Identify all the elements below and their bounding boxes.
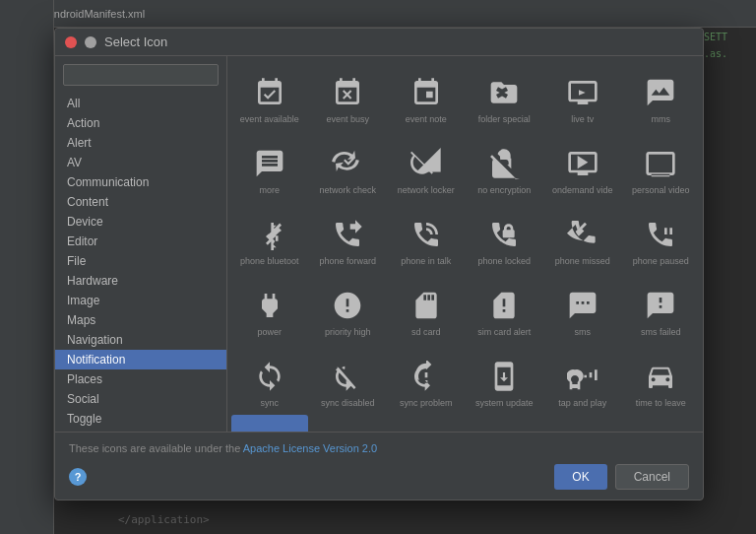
icon-cell-phone_bluetooth[interactable]: phone bluetoot	[231, 202, 308, 271]
dialog-main: AllActionAlertAVCommunicationContentDevi…	[55, 56, 703, 432]
icon-cell-wc[interactable]: wc	[467, 415, 543, 432]
category-item-action[interactable]: Action	[55, 113, 226, 133]
category-item-device[interactable]: Device	[55, 212, 226, 232]
license-text: These icons are available under the Apac…	[69, 442, 689, 454]
icon-image-phone_paused	[643, 217, 678, 252]
icon-image-sync_problem	[409, 359, 444, 394]
icon-cell-system_update[interactable]: system update	[467, 344, 543, 413]
dialog-close-button[interactable]	[65, 36, 77, 48]
icon-label-time_to_leave: time to leave	[636, 398, 686, 409]
category-item-alert[interactable]: Alert	[55, 133, 226, 153]
icon-label-sms_failed: sms failed	[641, 327, 681, 338]
icon-cell-ondemand_video[interactable]: ondemand vide	[544, 131, 621, 200]
icon-cell-voice_chat[interactable]: voice chat	[310, 415, 387, 432]
category-item-communication[interactable]: Communication	[55, 172, 226, 192]
icon-image-sms	[565, 288, 600, 323]
category-item-content[interactable]: Content	[55, 192, 226, 212]
category-item-places[interactable]: Places	[55, 369, 226, 389]
category-item-hardware[interactable]: Hardware	[55, 271, 226, 291]
icon-cell-vpn_lock[interactable]: vpn lock	[388, 415, 465, 432]
icon-image-more	[252, 146, 287, 181]
icon-cell-tap_and_play[interactable]: tap and play	[544, 344, 621, 413]
icon-cell-sms[interactable]: sms	[544, 273, 621, 342]
category-sidebar: AllActionAlertAVCommunicationContentDevi…	[55, 56, 227, 432]
icon-image-event_busy	[330, 75, 365, 110]
icon-cell-phone_forwarded[interactable]: phone forward	[310, 202, 387, 271]
icon-label-sd_card: sd card	[411, 327, 441, 338]
category-item-all[interactable]: All	[55, 94, 226, 113]
icon-cell-time_to_leave[interactable]: time to leave	[623, 344, 700, 413]
dialog-titlebar: Select Icon	[55, 29, 703, 56]
icon-cell-network_locked[interactable]: network locker	[388, 131, 465, 200]
icon-image-time_to_leave	[643, 359, 678, 394]
icon-label-live_tv: live tv	[571, 114, 594, 125]
icon-cell-sim_card_alert[interactable]: sim card alert	[467, 273, 543, 342]
help-button[interactable]: ?	[69, 468, 87, 486]
icon-image-phone_missed	[565, 217, 600, 252]
category-item-navigation[interactable]: Navigation	[55, 330, 226, 350]
icon-image-phone_locked	[486, 217, 522, 252]
ide-right-label: SETT	[702, 28, 756, 46]
category-item-social[interactable]: Social	[55, 389, 226, 409]
icon-label-folder_special: folder special	[478, 114, 531, 125]
icon-grid-area: event availableevent busyevent notefolde…	[227, 56, 703, 432]
icon-image-power	[252, 288, 287, 323]
icon-image-sync	[252, 359, 287, 394]
category-item-maps[interactable]: Maps	[55, 310, 226, 330]
icon-cell-sync[interactable]: sync	[231, 344, 308, 413]
icon-image-event_note	[409, 75, 444, 110]
dialog-min-button[interactable]	[85, 36, 96, 48]
icon-cell-personal_video[interactable]: personal video	[623, 131, 700, 200]
icon-label-network_check: network check	[319, 185, 376, 196]
icon-cell-wifi[interactable]: wifi	[544, 415, 621, 432]
category-item-notification[interactable]: Notification	[55, 350, 226, 369]
cancel-button[interactable]: Cancel	[615, 464, 689, 490]
icon-label-network_locked: network locker	[398, 185, 455, 196]
icon-cell-priority_high[interactable]: priority high	[310, 273, 387, 342]
icon-cell-folder_special[interactable]: folder special	[467, 60, 543, 129]
ide-right-label2: .as.	[702, 46, 756, 61]
category-item-image[interactable]: Image	[55, 291, 226, 310]
bottom-actions: ? OK Cancel	[69, 464, 689, 490]
icon-label-phone_missed: phone missed	[555, 256, 610, 267]
icon-cell-sync_disabled[interactable]: sync disabled	[310, 344, 387, 413]
category-item-toggle[interactable]: Toggle	[55, 409, 226, 429]
icon-label-phone_in_talk: phone in talk	[401, 256, 451, 267]
category-item-av[interactable]: AV	[55, 153, 226, 172]
icon-cell-phone_locked[interactable]: phone locked	[467, 202, 543, 271]
icon-cell-sms_failed[interactable]: sms failed	[623, 273, 700, 342]
icon-image-live_tv	[565, 75, 600, 110]
icon-label-more: more	[259, 185, 280, 196]
icon-cell-network_check[interactable]: network check	[310, 131, 387, 200]
icon-cell-sd_card[interactable]: sd card	[388, 273, 465, 342]
icon-cell-live_tv[interactable]: live tv	[544, 60, 621, 129]
icon-cell-power[interactable]: power	[231, 273, 308, 342]
icon-label-ondemand_video: ondemand vide	[552, 185, 613, 196]
icon-label-sync_disabled: sync disabled	[321, 398, 375, 409]
icon-cell-mms[interactable]: mms	[623, 60, 700, 129]
icon-cell-event_busy[interactable]: event busy	[310, 60, 387, 129]
icon-cell-no_encryption[interactable]: no encryption	[467, 131, 543, 200]
icon-image-sync_disabled	[330, 359, 365, 394]
icon-cell-phone_paused[interactable]: phone paused	[623, 202, 700, 271]
icon-cell-event_available[interactable]: event available	[231, 60, 308, 129]
ok-button[interactable]: OK	[554, 464, 606, 490]
category-item-editor[interactable]: Editor	[55, 232, 226, 251]
icon-cell-event_note[interactable]: event note	[388, 60, 465, 129]
icon-label-no_encryption: no encryption	[477, 185, 531, 196]
icon-cell-phone_in_talk[interactable]: phone in talk	[388, 202, 465, 271]
icon-cell-more[interactable]: more	[231, 131, 308, 200]
category-item-file[interactable]: File	[55, 251, 226, 271]
license-link[interactable]: Apache License Version 2.0	[243, 442, 377, 454]
icon-label-power: power	[257, 327, 282, 338]
ide-left-panel	[0, 0, 54, 534]
icon-image-sms_failed	[643, 288, 678, 323]
icon-cell-phone_missed[interactable]: phone missed	[544, 202, 621, 271]
search-input[interactable]	[63, 64, 219, 86]
icon-cell-vibration[interactable]: vibration	[231, 415, 308, 432]
icon-cell-sync_problem[interactable]: sync problem	[388, 344, 465, 413]
icon-image-phone_in_talk	[409, 217, 444, 252]
dialog-bottom: These icons are available under the Apac…	[55, 432, 703, 500]
dialog-title: Select Icon	[104, 34, 693, 49]
icon-image-sd_card	[409, 288, 444, 323]
